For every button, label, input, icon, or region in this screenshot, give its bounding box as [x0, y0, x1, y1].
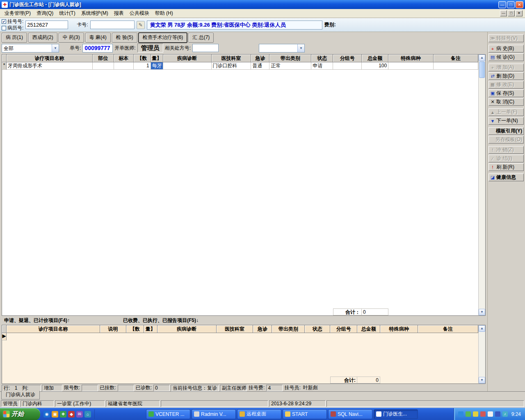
close-button[interactable]: ✕ — [516, 1, 523, 8]
column-header-item-name[interactable]: 诊疗项目名称 — [7, 55, 93, 62]
quicklaunch-icon-1[interactable]: ◉ — [43, 411, 50, 418]
lower-grid-scrollbar[interactable]: ▲ ▼ — [478, 325, 485, 383]
column-header-unit[interactable]: 量】 — [151, 55, 163, 62]
record-no-checkbox[interactable] — [2, 26, 6, 30]
quicklaunch-icon-4[interactable]: ◆ — [68, 411, 75, 418]
menu-help[interactable]: 帮助 (H) — [152, 9, 176, 18]
minimize-button[interactable]: — — [498, 1, 506, 8]
tab-chinese-medicine[interactable]: 中 药(3) — [59, 33, 84, 43]
task-sql-navigator[interactable]: SQL Navi... — [328, 409, 372, 419]
tab-exam-surgery-treatment[interactable]: 检查手术治疗等(6) — [139, 33, 187, 43]
tray-icon-4[interactable] — [480, 411, 486, 417]
task-vcenter[interactable]: VCENTER ... — [146, 409, 190, 419]
menu-statistics[interactable]: 统计(T) — [56, 9, 78, 18]
quicklaunch-icon-6[interactable]: ⌂ — [84, 411, 91, 418]
cell-unit[interactable]: 每牙 — [151, 62, 163, 70]
cell-status[interactable]: 申请 — [311, 62, 333, 70]
charged-items-label[interactable]: 已收费、已执行、已报告项目(F5)↓ — [123, 317, 199, 324]
column-header-dept[interactable]: 医技科室 — [212, 55, 251, 62]
column-header-group[interactable]: 分组号 — [333, 55, 362, 62]
column-header-dept[interactable]: 医技科室 — [217, 325, 253, 333]
tab-summary[interactable]: 汇 总(7) — [188, 33, 214, 43]
task-radmin[interactable]: Radmin V... — [192, 409, 236, 419]
tab-medical-record[interactable]: 病 历(1) — [2, 33, 27, 43]
column-header-special[interactable]: 特殊病种 — [380, 325, 418, 333]
column-header-diagnosis[interactable]: 疾病诊断 — [163, 55, 212, 62]
secondary-combobox[interactable]: ▼ — [259, 44, 305, 52]
column-header-qty[interactable]: 【数 — [126, 325, 144, 333]
column-header-remark[interactable]: 备注 — [434, 55, 478, 62]
cell-specimen[interactable] — [114, 62, 134, 70]
reg-no-checkbox[interactable]: ✔ — [2, 19, 6, 24]
tray-icon-6[interactable] — [495, 411, 500, 417]
column-header-carry-type[interactable]: 带出类别 — [272, 325, 305, 333]
scope-combobox[interactable]: 全部 ▼ — [2, 44, 59, 52]
reg-no-input[interactable] — [25, 21, 68, 29]
column-header-item-name[interactable]: 诊疗项目名称 — [7, 325, 100, 333]
patient-history-button[interactable]: +病 史(B) — [488, 45, 524, 52]
tray-icon-1[interactable] — [458, 411, 463, 417]
scroll-up-icon[interactable]: ▲ — [479, 325, 485, 332]
tab-western-medicine[interactable]: 西成药(2) — [28, 33, 57, 43]
cell-diagnosis[interactable] — [163, 62, 212, 70]
cancel-button[interactable]: ✕取 消(C) — [488, 98, 524, 106]
cell-qty[interactable]: 1 — [134, 62, 151, 70]
volume-icon[interactable]: ♪ — [502, 411, 508, 417]
column-header-description[interactable]: 说明 — [100, 325, 126, 333]
column-header-amount[interactable]: 总金额 — [357, 325, 380, 333]
card-no-input[interactable] — [90, 21, 135, 29]
clock[interactable]: 9:24 — [511, 411, 521, 417]
scroll-down-icon[interactable]: ▼ — [479, 309, 485, 315]
quicklaunch-icon-5[interactable]: ✉ — [76, 411, 83, 418]
upper-grid-scrollbar[interactable]: ▲ ▼ — [478, 55, 485, 315]
scroll-up-icon[interactable]: ▲ — [479, 55, 485, 61]
menu-maintenance[interactable]: 系统维护(M) — [78, 9, 111, 18]
column-header-specimen[interactable]: 标本 — [114, 55, 134, 62]
health-info-button[interactable]: ◪健康信息 — [488, 173, 524, 181]
finish-visit-button[interactable]: ∕诊 结(I) — [488, 155, 524, 162]
mdi-restore-icon[interactable]: □ — [508, 10, 515, 16]
column-header-remark[interactable]: 备注 — [418, 325, 478, 333]
column-header-part[interactable]: 部位 — [93, 55, 114, 62]
column-header-special[interactable]: 特殊病种 — [388, 55, 434, 62]
delete-item-button[interactable]: ⇄删 除(D) — [488, 72, 524, 80]
save-as-template-button[interactable]: 另存模板(O) — [488, 136, 524, 144]
column-header-group[interactable]: 分组号 — [330, 325, 357, 333]
scroll-down-icon[interactable]: ▼ — [479, 377, 485, 383]
menu-business[interactable]: 业务管理(P) — [2, 9, 34, 18]
reverse-charge-button[interactable]: !冲 销(Z) — [488, 146, 524, 154]
apply-template-button[interactable]: 模板引用(Y) — [488, 127, 524, 135]
quicklaunch-icon-2[interactable]: ▣ — [52, 411, 58, 418]
quicklaunch-icon-3[interactable]: ❖ — [60, 411, 66, 418]
save-button[interactable]: ▣保 存(S) — [488, 89, 524, 97]
column-header-amount[interactable]: 总金额 — [362, 55, 388, 62]
column-header-emergency[interactable]: 急诊 — [251, 55, 269, 62]
column-header-qty[interactable]: 【数 — [134, 55, 151, 62]
pending-items-label[interactable]: 申请、疑退、已计价项目(F4)↑ — [4, 317, 70, 324]
refresh-button[interactable]: !刷 新(R) — [488, 163, 524, 171]
cell-amount[interactable]: 100 — [362, 62, 388, 70]
tab-narcotics[interactable]: 毒 麻(4) — [85, 33, 111, 43]
menu-common-modules[interactable]: 公共模块 — [127, 9, 152, 18]
task-start-folder[interactable]: START — [283, 409, 327, 419]
waiting-list-button[interactable]: ▤候 诊(G) — [488, 53, 524, 61]
restore-button[interactable]: □ — [507, 1, 515, 8]
task-outpatient-doctor[interactable]: 门诊医生... — [374, 409, 418, 419]
next-order-button[interactable]: ▼下一单(N) — [488, 117, 524, 125]
cell-carry-type[interactable]: 正常 — [269, 62, 311, 70]
menu-reports[interactable]: 报表 — [111, 9, 127, 18]
mdi-minimize-icon[interactable]: — — [500, 10, 507, 16]
mdi-close-icon[interactable]: ✕ — [516, 10, 523, 16]
tab-lab-test[interactable]: 检 验(5) — [112, 33, 137, 43]
column-header-emergency[interactable]: 急诊 — [253, 325, 272, 333]
related-rx-input[interactable] — [192, 44, 219, 52]
transfer-registration-button[interactable]: ≫转挂号(V) — [488, 34, 524, 42]
add-item-button[interactable]: +增 加(A) — [488, 64, 524, 71]
tray-icon-5[interactable] — [488, 411, 493, 417]
cell-item-name[interactable]: 牙周骨成形手术 — [7, 62, 93, 70]
modify-item-button[interactable]: ▦修 改(E) — [488, 81, 524, 89]
column-header-status[interactable]: 状态 — [305, 325, 330, 333]
cell-special[interactable] — [388, 62, 434, 70]
previous-order-button[interactable]: ▲上一单(F) — [488, 108, 524, 116]
cell-emergency[interactable]: 普通 — [251, 62, 269, 70]
